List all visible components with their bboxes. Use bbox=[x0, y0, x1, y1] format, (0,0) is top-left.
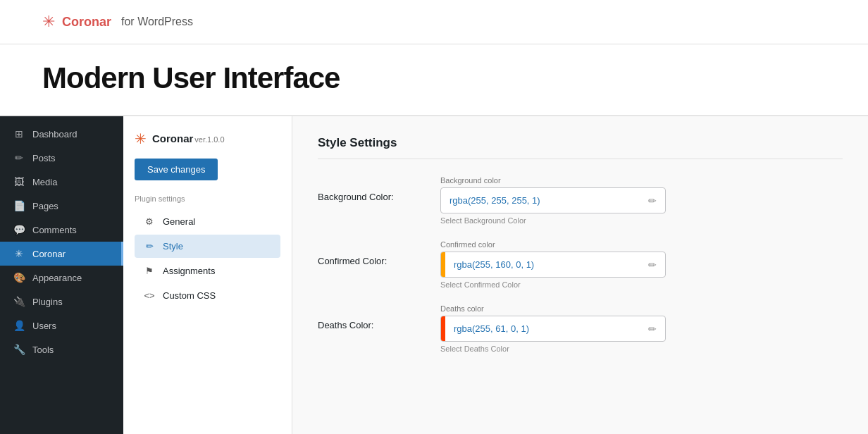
confirmed-hint: Select Confirmed Color bbox=[440, 280, 666, 289]
sidebar-item-label: Media bbox=[32, 177, 57, 187]
confirmed-value: rgba(255, 160, 0, 1) bbox=[445, 252, 640, 277]
plugin-panel: ✳ Coronarver.1.0.0 Save changes Plugin s… bbox=[123, 116, 292, 434]
plugin-nav-general[interactable]: ⚙ General bbox=[135, 210, 280, 233]
top-bar: ✳ Coronar for WordPress bbox=[0, 0, 868, 44]
hero-section: Modern User Interface bbox=[0, 44, 868, 116]
dashboard-icon: ⊞ bbox=[13, 128, 25, 140]
sidebar-item-tools[interactable]: 🔧 Tools bbox=[0, 337, 123, 361]
deaths-value: rgba(255, 61, 0, 1) bbox=[445, 316, 640, 341]
appearance-icon: 🎨 bbox=[13, 272, 25, 283]
sidebar-item-media[interactable]: 🖼 Media bbox=[0, 170, 123, 194]
background-hint: Select Background Color bbox=[440, 216, 666, 225]
plugin-nav-label: General bbox=[163, 216, 195, 227]
sidebar-item-users[interactable]: 👤 Users bbox=[0, 314, 123, 337]
confirmed-edit-icon[interactable]: ✏ bbox=[640, 254, 665, 276]
color-row-confirmed: Confirmed Color: Confirmed color rgba(25… bbox=[318, 240, 843, 289]
style-nav-icon: ✏ bbox=[143, 241, 156, 252]
plugin-version: ver.1.0.0 bbox=[194, 135, 224, 144]
background-color-label: Background Color: bbox=[318, 176, 423, 202]
style-settings-title: Style Settings bbox=[318, 136, 843, 159]
sidebar-item-comments[interactable]: 💬 Comments bbox=[0, 218, 123, 242]
general-nav-icon: ⚙ bbox=[143, 216, 156, 227]
confirmed-field-label: Confirmed color bbox=[440, 240, 666, 249]
sidebar-item-coronar[interactable]: ✳ Coronar bbox=[0, 242, 123, 266]
plugin-nav-label: Assignments bbox=[163, 266, 215, 276]
sidebar-item-posts[interactable]: ✏ Posts bbox=[0, 146, 123, 170]
background-input-box[interactable]: rgba(255, 255, 255, 1) ✏ bbox=[440, 187, 666, 213]
plugin-header: ✳ Coronarver.1.0.0 bbox=[135, 130, 280, 147]
plugin-nav-style[interactable]: ✏ Style bbox=[135, 235, 280, 258]
plugins-icon: 🔌 bbox=[13, 296, 25, 307]
background-field-wrap: Background color rgba(255, 255, 255, 1) … bbox=[440, 176, 666, 225]
sidebar-item-appearance[interactable]: 🎨 Appearance bbox=[0, 266, 123, 290]
pages-icon: 📄 bbox=[13, 200, 25, 211]
plugin-nav: ⚙ General ✏ Style ⚑ Assignments <> Custo… bbox=[135, 210, 280, 307]
plugin-title: Coronar bbox=[152, 132, 193, 144]
plugin-nav-label: Style bbox=[163, 241, 183, 252]
confirmed-color-label: Confirmed Color: bbox=[318, 240, 423, 266]
sidebar-item-label: Coronar bbox=[32, 249, 66, 259]
sidebar-item-label: Dashboard bbox=[32, 129, 78, 140]
deaths-edit-icon[interactable]: ✏ bbox=[640, 318, 665, 340]
background-edit-icon[interactable]: ✏ bbox=[640, 190, 665, 212]
sidebar-item-label: Comments bbox=[32, 225, 77, 235]
deaths-color-label: Deaths Color: bbox=[318, 304, 423, 330]
sidebar-item-plugins[interactable]: 🔌 Plugins bbox=[0, 290, 123, 314]
coronar-icon: ✳ bbox=[13, 248, 25, 259]
sidebar-item-pages[interactable]: 📄 Pages bbox=[0, 194, 123, 218]
plugin-settings-label: Plugin settings bbox=[135, 194, 280, 203]
custom_css-nav-icon: <> bbox=[143, 290, 156, 301]
sidebar-item-label: Plugins bbox=[32, 297, 63, 307]
color-row-background: Background Color: Background color rgba(… bbox=[318, 176, 843, 225]
background-field-label: Background color bbox=[440, 176, 666, 185]
assignments-nav-icon: ⚑ bbox=[143, 266, 156, 276]
deaths-field-label: Deaths color bbox=[440, 304, 666, 313]
plugin-logo-icon: ✳ bbox=[135, 130, 147, 147]
logo-icon: ✳ bbox=[42, 13, 55, 31]
color-row-deaths: Deaths Color: Deaths color rgba(255, 61,… bbox=[318, 304, 843, 353]
plugin-nav-custom_css[interactable]: <> Custom CSS bbox=[135, 284, 280, 307]
deaths-field-wrap: Deaths color rgba(255, 61, 0, 1) ✏ Selec… bbox=[440, 304, 666, 353]
sidebar: ⊞ Dashboard ✏ Posts 🖼 Media 📄 Pages 💬 Co… bbox=[0, 116, 123, 434]
tools-icon: 🔧 bbox=[13, 344, 25, 355]
plugin-nav-label: Custom CSS bbox=[163, 290, 216, 301]
deaths-hint: Select Deaths Color bbox=[440, 345, 666, 353]
sidebar-item-label: Pages bbox=[32, 201, 58, 211]
main-layout: ⊞ Dashboard ✏ Posts 🖼 Media 📄 Pages 💬 Co… bbox=[0, 116, 868, 434]
color-rows: Background Color: Background color rgba(… bbox=[318, 176, 843, 353]
plugin-nav-assignments[interactable]: ⚑ Assignments bbox=[135, 259, 280, 283]
background-value: rgba(255, 255, 255, 1) bbox=[441, 188, 640, 213]
sidebar-item-dashboard[interactable]: ⊞ Dashboard bbox=[0, 122, 123, 146]
brand-name: Coronar bbox=[62, 15, 111, 30]
media-icon: 🖼 bbox=[13, 176, 25, 187]
confirmed-field-wrap: Confirmed color rgba(255, 160, 0, 1) ✏ S… bbox=[440, 240, 666, 289]
confirmed-input-box[interactable]: rgba(255, 160, 0, 1) ✏ bbox=[440, 252, 666, 278]
page-title: Modern User Interface bbox=[42, 61, 826, 95]
sidebar-item-label: Tools bbox=[32, 345, 54, 355]
brand-sub: for WordPress bbox=[121, 16, 193, 28]
users-icon: 👤 bbox=[13, 320, 25, 331]
comments-icon: 💬 bbox=[13, 224, 25, 235]
save-button[interactable]: Save changes bbox=[135, 159, 218, 180]
sidebar-item-label: Users bbox=[32, 321, 56, 331]
sidebar-item-label: Posts bbox=[32, 153, 56, 163]
sidebar-item-label: Appearance bbox=[32, 273, 82, 283]
style-panel: Style Settings Background Color: Backgro… bbox=[292, 116, 868, 434]
posts-icon: ✏ bbox=[13, 152, 25, 163]
deaths-input-box[interactable]: rgba(255, 61, 0, 1) ✏ bbox=[440, 316, 666, 342]
